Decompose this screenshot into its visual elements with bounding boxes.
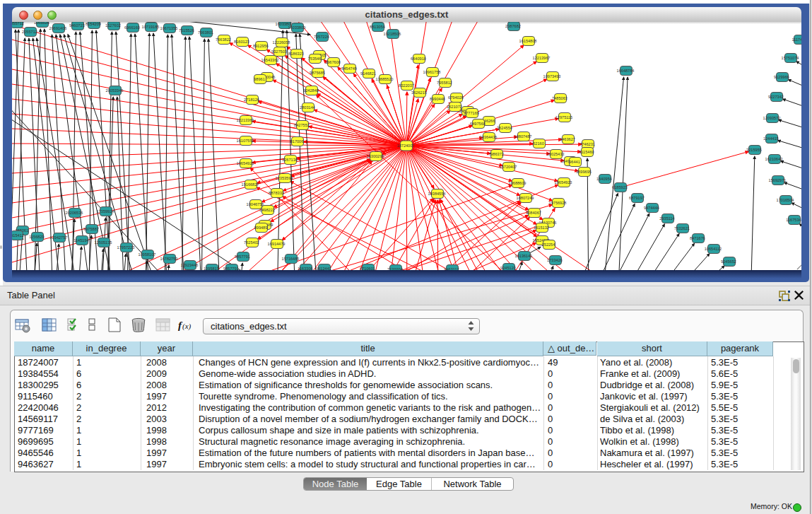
svg-text:1145194: 1145194 <box>73 238 88 243</box>
svg-text:10688609: 10688609 <box>509 181 526 185</box>
svg-text:19384554: 19384554 <box>428 192 446 196</box>
svg-text:8813054: 8813054 <box>370 25 385 29</box>
svg-text:12226058: 12226058 <box>273 40 290 45</box>
svg-text:6640910: 6640910 <box>411 57 426 61</box>
svg-text:8878332: 8878332 <box>269 191 284 195</box>
svg-text:9129966: 9129966 <box>774 75 789 79</box>
svg-text:1117403: 1117403 <box>792 37 801 42</box>
svg-text:9699695: 9699695 <box>576 170 592 174</box>
svg-text:10961758: 10961758 <box>423 70 441 74</box>
svg-text:19756928: 19756928 <box>549 201 567 205</box>
svg-text:8471676: 8471676 <box>690 236 705 240</box>
svg-text:8454749: 8454749 <box>341 66 357 71</box>
svg-text:98961: 98961 <box>254 77 265 81</box>
svg-text:20206536: 20206536 <box>66 211 83 215</box>
svg-text:16543362: 16543362 <box>261 58 279 62</box>
svg-text:10973493: 10973493 <box>543 74 561 78</box>
svg-text:6966160: 6966160 <box>124 25 140 30</box>
svg-text:1167534: 1167534 <box>786 218 801 222</box>
svg-text:17016504: 17016504 <box>777 198 794 202</box>
svg-text:7746231: 7746231 <box>579 142 595 146</box>
svg-text:8160123: 8160123 <box>234 40 249 44</box>
svg-text:2718126: 2718126 <box>244 98 259 102</box>
svg-text:12975115: 12975115 <box>555 115 572 119</box>
svg-text:19166827: 19166827 <box>242 182 259 187</box>
svg-text:753546: 753546 <box>308 57 322 61</box>
svg-text:3267130: 3267130 <box>282 158 298 162</box>
svg-text:9777169: 9777169 <box>464 111 479 115</box>
svg-text:20053346: 20053346 <box>106 88 124 93</box>
svg-text:817006: 817006 <box>290 139 304 144</box>
svg-text:7663822: 7663822 <box>216 37 231 42</box>
svg-text:7986372: 7986372 <box>488 152 504 156</box>
svg-text:16648784: 16648784 <box>617 69 635 73</box>
svg-text:16033809: 16033809 <box>288 25 306 30</box>
svg-text:18807249: 18807249 <box>517 196 534 200</box>
svg-text:16782759: 16782759 <box>160 257 178 261</box>
svg-text:2803144: 2803144 <box>300 105 315 110</box>
svg-text:9245120: 9245120 <box>500 266 516 270</box>
svg-text:16107552: 16107552 <box>237 139 254 143</box>
svg-text:17359924: 17359924 <box>97 209 114 214</box>
svg-text:8322037: 8322037 <box>399 83 414 88</box>
svg-text:10046756: 10046756 <box>247 202 264 206</box>
svg-text:7955812: 7955812 <box>437 81 452 85</box>
svg-text:6497568: 6497568 <box>470 122 486 126</box>
svg-text:10025433: 10025433 <box>547 152 565 156</box>
svg-text:20364436: 20364436 <box>480 135 498 139</box>
svg-text:16914479: 16914479 <box>268 242 286 246</box>
svg-text:12923446: 12923446 <box>181 263 199 267</box>
svg-text:3626215: 3626215 <box>411 90 427 95</box>
svg-text:2087682: 2087682 <box>505 24 521 28</box>
svg-text:8990448: 8990448 <box>430 97 445 101</box>
svg-text:96441: 96441 <box>569 160 580 164</box>
svg-text:9146821: 9146821 <box>360 71 376 76</box>
svg-text:10807487: 10807487 <box>514 134 532 139</box>
svg-text:12213967: 12213967 <box>533 56 551 60</box>
svg-text:1244415: 1244415 <box>763 136 779 141</box>
svg-text:9474444: 9474444 <box>644 206 659 210</box>
svg-text:19654923: 19654923 <box>237 161 254 165</box>
svg-text:1498222: 1498222 <box>259 208 275 212</box>
svg-text:7357224: 7357224 <box>314 35 329 39</box>
svg-text:19654923: 19654923 <box>555 180 572 185</box>
svg-text:(x): (x) <box>182 322 192 331</box>
svg-text:2935114: 2935114 <box>659 216 674 221</box>
svg-text:9975887: 9975887 <box>83 227 99 231</box>
svg-text:13885520: 13885520 <box>376 77 394 81</box>
svg-text:16210643: 16210643 <box>765 157 783 161</box>
svg-text:9857791: 9857791 <box>235 255 250 259</box>
svg-text:17957223: 17957223 <box>117 245 135 250</box>
svg-text:15716485: 15716485 <box>282 257 300 261</box>
svg-text:9115460: 9115460 <box>579 150 594 154</box>
svg-text:7663801: 7663801 <box>198 30 213 35</box>
svg-text:15720407: 15720407 <box>500 165 517 169</box>
svg-text:1640954: 1640954 <box>596 177 612 181</box>
svg-text:18724007: 18724007 <box>397 144 415 148</box>
svg-text:9084067: 9084067 <box>526 211 541 215</box>
svg-text:1615132: 1615132 <box>534 226 549 230</box>
svg-text:1733426: 1733426 <box>547 258 563 262</box>
svg-text:9875685: 9875685 <box>310 71 325 75</box>
svg-text:3915412: 3915412 <box>12 233 24 238</box>
svg-text:15300295: 15300295 <box>367 154 384 158</box>
svg-text:19218506: 19218506 <box>384 32 401 36</box>
svg-text:16154808: 16154808 <box>519 39 537 43</box>
svg-text:15751074: 15751074 <box>782 56 799 60</box>
svg-text:9463627: 9463627 <box>560 137 575 141</box>
svg-text:12505135: 12505135 <box>95 240 112 245</box>
svg-text:7515526: 7515526 <box>179 28 194 33</box>
svg-text:10719185: 10719185 <box>142 25 160 29</box>
svg-text:7625402: 7625402 <box>244 240 259 245</box>
svg-text:8427552: 8427552 <box>294 123 310 127</box>
svg-text:1156829: 1156829 <box>29 235 44 239</box>
svg-text:15136141: 15136141 <box>515 254 533 258</box>
svg-text:9242848: 9242848 <box>303 88 319 93</box>
svg-text:2055712: 2055712 <box>22 30 37 34</box>
svg-text:3215955: 3215955 <box>746 148 762 152</box>
svg-text:12942757: 12942757 <box>50 235 68 240</box>
svg-text:8912956: 8912956 <box>253 44 269 48</box>
svg-text:10671355: 10671355 <box>160 26 178 30</box>
svg-text:2967608: 2967608 <box>325 60 341 64</box>
svg-text:62160: 62160 <box>533 141 544 146</box>
